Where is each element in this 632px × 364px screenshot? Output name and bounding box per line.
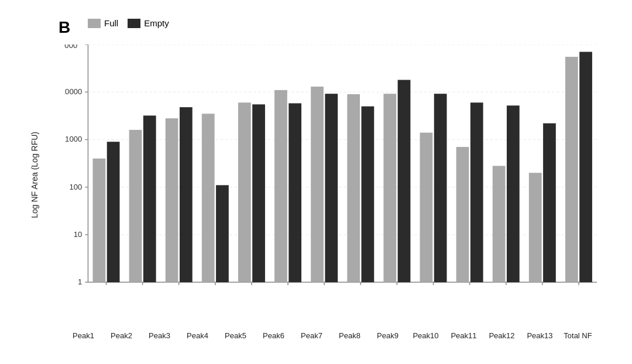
x-label-peak6: Peak6 bbox=[255, 331, 293, 340]
svg-text:1: 1 bbox=[78, 277, 82, 286]
bar-full-2 bbox=[129, 130, 142, 282]
bar-full-12 bbox=[493, 166, 506, 282]
bar-empty-9 bbox=[398, 80, 411, 283]
bar-empty-13 bbox=[543, 123, 556, 283]
legend-swatch-empty bbox=[128, 19, 140, 28]
bar-empty-2 bbox=[143, 115, 156, 282]
bar-empty-12 bbox=[507, 105, 520, 282]
svg-text:100: 100 bbox=[69, 183, 82, 191]
bar-full-14 bbox=[565, 57, 578, 282]
bar-full-3 bbox=[166, 118, 178, 282]
x-label-peak5: Peak5 bbox=[217, 331, 255, 340]
bar-full-13 bbox=[529, 173, 542, 282]
svg-text:10: 10 bbox=[74, 230, 83, 239]
bar-full-8 bbox=[347, 94, 360, 282]
bar-full-1 bbox=[93, 159, 106, 282]
bar-full-10 bbox=[420, 133, 433, 283]
legend-swatch-full bbox=[88, 19, 101, 28]
chart-legend: Full Empty bbox=[88, 18, 169, 28]
bar-empty-4 bbox=[216, 185, 229, 282]
bar-full-9 bbox=[383, 94, 396, 282]
chart-title-b: B bbox=[59, 18, 70, 37]
x-label-peak8: Peak8 bbox=[331, 331, 369, 340]
x-label-total-nf: Total NF bbox=[559, 331, 597, 340]
legend-item-empty: Empty bbox=[128, 18, 169, 28]
chart-area: 1 10 100 1000 10000 100000 bbox=[64, 44, 597, 305]
x-label-peak13: Peak13 bbox=[521, 331, 559, 340]
x-axis-labels: Peak1Peak2Peak3Peak4Peak5Peak6Peak7Peak8… bbox=[64, 331, 597, 340]
x-label-peak9: Peak9 bbox=[369, 331, 407, 340]
svg-text:1000: 1000 bbox=[65, 135, 82, 144]
bar-empty-14 bbox=[579, 52, 592, 283]
bar-empty-7 bbox=[325, 94, 338, 282]
x-label-peak3: Peak3 bbox=[140, 331, 178, 340]
svg-text:100000: 100000 bbox=[64, 44, 77, 50]
x-label-peak1: Peak1 bbox=[64, 331, 102, 340]
bar-full-7 bbox=[311, 87, 324, 282]
bar-empty-6 bbox=[288, 103, 301, 282]
bar-empty-10 bbox=[434, 94, 447, 282]
x-label-peak10: Peak10 bbox=[407, 331, 445, 340]
x-label-peak7: Peak7 bbox=[293, 331, 331, 340]
bar-empty-3 bbox=[180, 107, 193, 282]
x-label-peak2: Peak2 bbox=[102, 331, 140, 340]
chart-svg: 1 10 100 1000 10000 100000 bbox=[64, 44, 597, 305]
x-label-peak12: Peak12 bbox=[483, 331, 521, 340]
bar-empty-5 bbox=[252, 104, 265, 282]
bar-full-11 bbox=[456, 147, 469, 282]
legend-label-full: Full bbox=[104, 18, 118, 28]
legend-label-empty: Empty bbox=[144, 18, 169, 28]
chart-container: B Full Empty Log NF Area (Log RFU) 1 bbox=[23, 12, 609, 352]
bar-full-5 bbox=[238, 102, 251, 282]
x-label-peak4: Peak4 bbox=[178, 331, 217, 340]
bar-empty-8 bbox=[362, 107, 375, 283]
x-label-peak11: Peak11 bbox=[445, 331, 483, 340]
bar-empty-1 bbox=[107, 142, 120, 282]
svg-text:10000: 10000 bbox=[64, 87, 82, 96]
bar-full-6 bbox=[274, 90, 287, 282]
bar-full-4 bbox=[202, 114, 215, 282]
bar-empty-11 bbox=[470, 102, 483, 282]
legend-item-full: Full bbox=[88, 18, 118, 28]
y-axis-label: Log NF Area (Log RFU) bbox=[30, 132, 39, 218]
